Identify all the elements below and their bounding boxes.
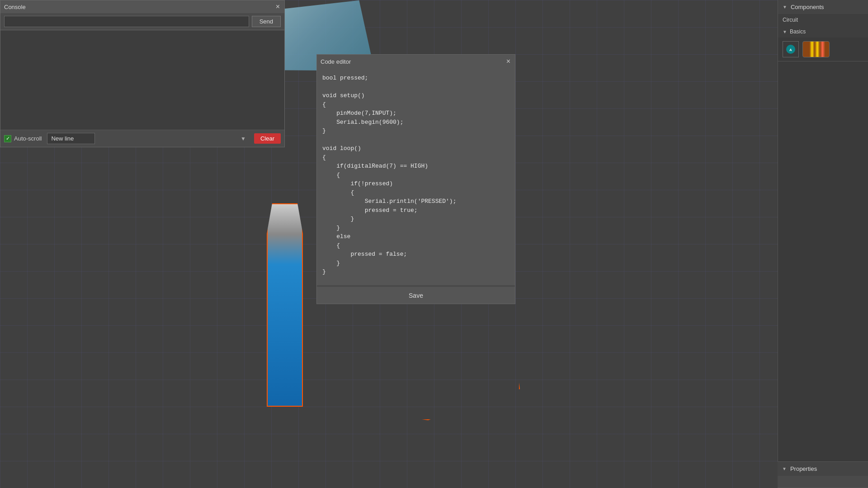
components-section: ▼ Components Circuit ▼ Basics A: [778, 0, 868, 61]
code-editor-panel: Code editor × bool pressed; void setup()…: [316, 54, 515, 304]
components-label: Components: [791, 4, 824, 10]
resistor-icon: [802, 41, 830, 57]
basics-chevron-icon: ▼: [783, 29, 787, 34]
save-button[interactable]: Save: [317, 287, 515, 304]
autoscroll-control: ✓ Auto-scroll: [4, 135, 42, 142]
properties-header: ▼ Properties: [778, 461, 868, 476]
code-editor-titlebar: Code editor ×: [317, 55, 515, 68]
circuit-subheader: Circuit: [778, 14, 868, 26]
components-chevron-icon: ▼: [783, 5, 787, 9]
console-output: [0, 30, 284, 130]
component-icons-row: A: [778, 38, 868, 61]
console-title: Console: [4, 4, 26, 10]
console-panel: Console × Send ✓ Auto-scroll New line No…: [0, 0, 285, 147]
basics-subheader: ▼ Basics: [778, 26, 868, 38]
select-arrow-icon: ▼: [241, 136, 246, 142]
properties-section: ▼ Properties: [778, 461, 868, 488]
console-input-row: Send: [0, 13, 284, 30]
autoscroll-label: Auto-scroll: [14, 135, 42, 142]
code-editor-close-button[interactable]: ×: [505, 58, 511, 65]
arduino-icon: A: [783, 41, 799, 57]
code-textarea[interactable]: bool pressed; void setup() { pinMode(7,I…: [317, 68, 515, 285]
newline-select-wrapper: New line No line ending Carriage return …: [47, 133, 249, 144]
console-close-button[interactable]: ×: [275, 3, 281, 10]
autoscroll-checkbox[interactable]: ✓: [4, 135, 11, 142]
newline-select[interactable]: New line No line ending Carriage return …: [47, 133, 95, 144]
properties-chevron-icon: ▼: [782, 466, 787, 471]
right-panel: ▼ Components Circuit ▼ Basics A ▼ Proper…: [778, 0, 868, 488]
3d-robot-object: [267, 203, 303, 407]
svg-text:A: A: [789, 48, 792, 52]
code-editor-footer: Save: [317, 287, 515, 304]
clear-button[interactable]: Clear: [254, 133, 281, 144]
code-editor-title: Code editor: [321, 58, 351, 65]
circuit-label: Circuit: [783, 17, 798, 23]
send-button[interactable]: Send: [252, 16, 281, 27]
properties-search[interactable]: [778, 476, 868, 488]
console-input[interactable]: [4, 16, 249, 27]
console-footer: ✓ Auto-scroll New line No line ending Ca…: [0, 130, 284, 147]
console-titlebar: Console ×: [0, 0, 284, 13]
properties-label: Properties: [790, 465, 817, 472]
basics-label: Basics: [790, 28, 806, 35]
components-header: ▼ Components: [778, 0, 868, 14]
